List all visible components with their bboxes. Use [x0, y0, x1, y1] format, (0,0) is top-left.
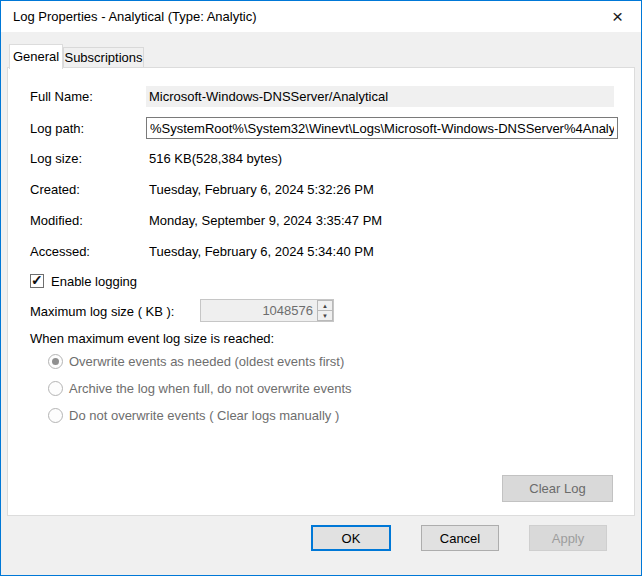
- title-bar: Log Properties - Analytical (Type: Analy…: [1, 1, 641, 32]
- full-name-label: Full Name:: [30, 89, 93, 104]
- chevron-up-icon: ▲: [322, 303, 328, 309]
- general-tab-panel: Full Name: Microsoft-Windows-DNSServer/A…: [7, 67, 635, 516]
- spinner-down-button[interactable]: ▼: [317, 310, 333, 321]
- accessed-label: Accessed:: [30, 244, 90, 259]
- modified-label: Modified:: [30, 213, 83, 228]
- max-log-size-spinner[interactable]: 1048576 ▲ ▼: [200, 299, 334, 322]
- cancel-button[interactable]: Cancel: [421, 525, 499, 551]
- full-name-value: Microsoft-Windows-DNSServer/Analytical: [146, 86, 614, 107]
- log-path-input[interactable]: [146, 117, 618, 139]
- log-path-label: Log path:: [30, 121, 84, 136]
- tab-subscriptions[interactable]: Subscriptions: [63, 47, 144, 68]
- when-max-size-label: When maximum event log size is reached:: [30, 331, 274, 346]
- radio-dot-icon: [52, 358, 59, 365]
- created-label: Created:: [30, 182, 80, 197]
- spinner-up-button[interactable]: ▲: [317, 300, 333, 310]
- ok-button[interactable]: OK: [311, 525, 391, 551]
- accessed-value: Tuesday, February 6, 2024 5:34:40 PM: [149, 244, 374, 259]
- close-icon: ×: [612, 7, 623, 26]
- max-log-size-label: Maximum log size ( KB ):: [30, 304, 174, 319]
- close-button[interactable]: ×: [595, 1, 640, 31]
- log-size-label: Log size:: [30, 151, 82, 166]
- modified-value: Monday, September 9, 2024 3:35:47 PM: [149, 213, 382, 228]
- dialog-footer: OK Cancel Apply: [1, 525, 641, 551]
- tab-general[interactable]: General: [9, 44, 63, 69]
- log-properties-dialog: Log Properties - Analytical (Type: Analy…: [0, 0, 642, 576]
- chevron-down-icon: ▼: [322, 313, 328, 319]
- enable-logging-label: Enable logging: [51, 274, 137, 289]
- created-value: Tuesday, February 6, 2024 5:32:26 PM: [149, 182, 374, 197]
- radio-icon[interactable]: [48, 381, 63, 396]
- log-size-value: 516 KB(528,384 bytes): [149, 151, 282, 166]
- clear-log-button[interactable]: Clear Log: [502, 475, 613, 502]
- max-log-size-value: 1048576: [201, 300, 317, 321]
- apply-button[interactable]: Apply: [529, 525, 607, 551]
- radio-label: Do not overwrite events ( Clear logs man…: [69, 408, 339, 423]
- radio-label: Overwrite events as needed (oldest event…: [69, 354, 344, 369]
- radio-icon[interactable]: [48, 408, 63, 423]
- checkmark-icon: ✓: [31, 272, 43, 288]
- radio-icon[interactable]: [48, 354, 63, 369]
- radio-label: Archive the log when full, do not overwr…: [69, 381, 352, 396]
- enable-logging-checkbox[interactable]: ✓: [30, 274, 44, 288]
- window-title: Log Properties - Analytical (Type: Analy…: [13, 9, 257, 24]
